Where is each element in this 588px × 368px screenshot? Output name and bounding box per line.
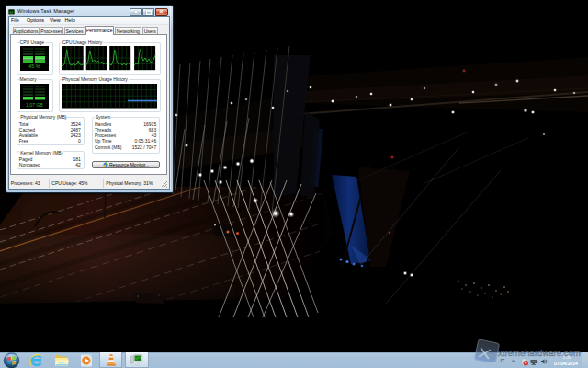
svg-text:xtremehardware.com: xtremehardware.com	[498, 348, 581, 358]
svg-text:45 %: 45 %	[28, 63, 40, 69]
svg-text:1,07 GB: 1,07 GB	[26, 101, 43, 107]
